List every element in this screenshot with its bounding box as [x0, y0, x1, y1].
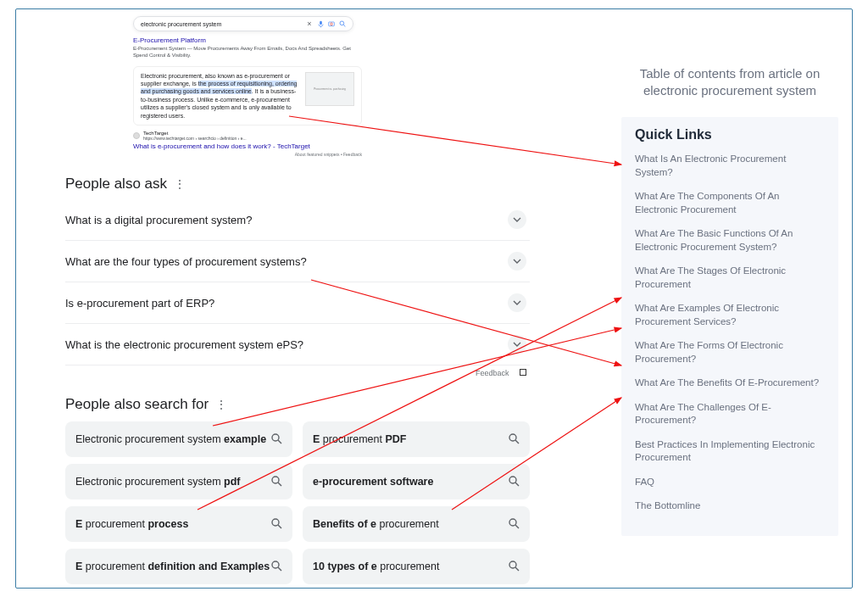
svg-point-10 — [272, 477, 279, 483]
related-search-label: E procurement definition and Examples — [75, 561, 270, 572]
more-options-icon[interactable]: ⋮ — [174, 177, 186, 191]
quick-link-item[interactable]: What Are The Forms Of Electronic Procure… — [635, 339, 825, 365]
serp-column: electronic procurement system × E-Procur… — [65, 16, 530, 584]
search-icon — [270, 432, 282, 447]
search-bar-icons: × — [306, 20, 346, 27]
svg-point-8 — [509, 434, 516, 441]
svg-point-3 — [331, 23, 333, 25]
svg-line-21 — [515, 567, 519, 571]
svg-point-6 — [272, 434, 279, 441]
search-icon[interactable] — [339, 20, 346, 27]
paa-feedback-link[interactable]: Feedback — [476, 369, 509, 377]
quick-link-item[interactable]: What Are The Challenges Of E-Procurement… — [635, 401, 825, 427]
quick-links-box: Quick Links What Is An Electronic Procur… — [621, 117, 838, 536]
related-search-chip[interactable]: e-procurement software — [303, 464, 530, 499]
search-icon — [508, 432, 520, 447]
related-search-chip[interactable]: Benefits of e procurement — [303, 506, 530, 542]
thumb-caption: Procurement vs. purchasing — [314, 87, 345, 91]
lens-icon[interactable] — [328, 20, 335, 27]
chevron-down-icon[interactable] — [508, 293, 526, 312]
paa-question[interactable]: What is the electronic procurement syste… — [65, 324, 530, 365]
related-search-chip[interactable]: 10 types of e procurement — [303, 549, 530, 584]
svg-line-5 — [343, 25, 345, 26]
paa-question-text: What is the electronic procurement syste… — [65, 338, 303, 351]
svg-line-17 — [515, 525, 519, 528]
paa-question-text: What is a digital procurement system? — [65, 214, 252, 226]
quick-link-item[interactable]: Best Practices In Implementing Electroni… — [635, 438, 825, 465]
favicon-icon — [133, 132, 140, 139]
search-icon — [508, 475, 520, 489]
search-bar[interactable]: electronic procurement system × — [133, 16, 353, 31]
svg-point-16 — [509, 519, 516, 526]
related-search-label: Electronic procurement system example — [75, 433, 266, 445]
people-also-ask: People also ask ⋮ What is a digital proc… — [65, 176, 530, 377]
annotation-marker — [520, 369, 526, 376]
related-search-label: Benefits of e procurement — [313, 518, 439, 530]
quick-link-item[interactable]: What Is An Electronic Procurement System… — [635, 153, 825, 179]
related-search-label: 10 types of e procurement — [313, 561, 439, 572]
svg-line-19 — [278, 567, 281, 571]
pasf-heading: People also search for ⋮ — [65, 396, 530, 413]
svg-line-15 — [278, 525, 281, 528]
serp-mini: electronic procurement system × E-Procur… — [133, 16, 362, 157]
featured-snippet: Electronic procurement, also known as e-… — [133, 66, 362, 126]
chevron-down-icon[interactable] — [508, 210, 526, 229]
svg-point-12 — [509, 477, 516, 483]
ad-result-title[interactable]: E-Procurement Platform — [133, 36, 362, 44]
toc-caption: Table of contents from article on electr… — [621, 65, 838, 98]
people-also-search-for: People also search for ⋮ Electronic proc… — [65, 396, 530, 584]
related-search-chip[interactable]: E procurement process — [65, 506, 292, 542]
paa-heading: People also ask ⋮ — [65, 176, 530, 192]
snippet-feedback[interactable]: About featured snippets • Feedback — [133, 152, 362, 157]
paa-feedback-row: Feedback — [65, 365, 530, 377]
quick-link-item[interactable]: What Are The Components Of An Electronic… — [635, 190, 825, 216]
chevron-down-icon[interactable] — [508, 252, 526, 271]
result-source: TechTarget https://www.techtarget.com › … — [133, 131, 362, 141]
pasf-heading-text: People also search for — [65, 396, 209, 413]
related-search-chip[interactable]: E procurement PDF — [303, 421, 530, 457]
more-options-icon[interactable]: ⋮ — [215, 398, 227, 411]
svg-line-7 — [278, 440, 281, 444]
svg-point-20 — [509, 561, 516, 568]
clear-icon[interactable]: × — [306, 20, 313, 27]
search-query[interactable]: electronic procurement system — [141, 21, 306, 27]
search-icon — [270, 560, 282, 574]
quick-links-heading: Quick Links — [635, 127, 825, 142]
result-title-link[interactable]: What is e-procurement and how does it wo… — [133, 142, 362, 150]
related-search-chip[interactable]: Electronic procurement system pdf — [65, 464, 292, 499]
related-search-chip[interactable]: Electronic procurement system example — [65, 421, 292, 457]
related-search-label: e-procurement software — [313, 476, 433, 488]
snippet-text: Electronic procurement, also known as e-… — [141, 72, 300, 120]
quick-link-item[interactable]: The Bottomline — [635, 499, 825, 513]
quick-link-item[interactable]: What Are The Benefits Of E-Procurement? — [635, 377, 825, 390]
search-icon — [270, 517, 282, 532]
paa-question-text: What are the four types of procurement s… — [65, 255, 307, 268]
svg-point-14 — [272, 519, 279, 526]
source-url: https://www.techtarget.com › searchcio ›… — [143, 136, 247, 141]
related-search-label: E procurement process — [75, 518, 188, 530]
toc-column: Table of contents from article on electr… — [621, 65, 838, 536]
quick-link-item[interactable]: What Are The Stages Of Electronic Procur… — [635, 265, 825, 291]
mic-icon[interactable] — [317, 20, 324, 27]
quick-link-item[interactable]: What Are The Basic Functions Of An Elect… — [635, 227, 825, 254]
paa-question[interactable]: What is a digital procurement system? — [65, 199, 530, 241]
paa-heading-text: People also ask — [65, 176, 167, 192]
svg-rect-0 — [320, 20, 322, 25]
svg-line-9 — [515, 440, 519, 444]
paa-question[interactable]: Is e-procurement part of ERP? — [65, 282, 530, 324]
chevron-down-icon[interactable] — [508, 335, 526, 354]
paa-question[interactable]: What are the four types of procurement s… — [65, 241, 530, 282]
svg-line-11 — [278, 483, 281, 486]
search-icon — [508, 560, 520, 574]
quick-link-item[interactable]: FAQ — [635, 476, 825, 489]
ad-result-sub: E-Procurement System — Move Procurements… — [133, 46, 362, 59]
search-icon — [508, 517, 520, 532]
snippet-thumbnail[interactable]: Procurement vs. purchasing — [305, 72, 354, 106]
search-icon — [270, 475, 282, 489]
related-search-label: E procurement PDF — [313, 433, 406, 445]
related-search-label: Electronic procurement system pdf — [75, 476, 241, 488]
svg-point-4 — [340, 21, 344, 25]
quick-link-item[interactable]: What Are Examples Of Electronic Procurem… — [635, 302, 825, 328]
svg-point-18 — [272, 561, 279, 568]
related-search-chip[interactable]: E procurement definition and Examples — [65, 549, 292, 584]
